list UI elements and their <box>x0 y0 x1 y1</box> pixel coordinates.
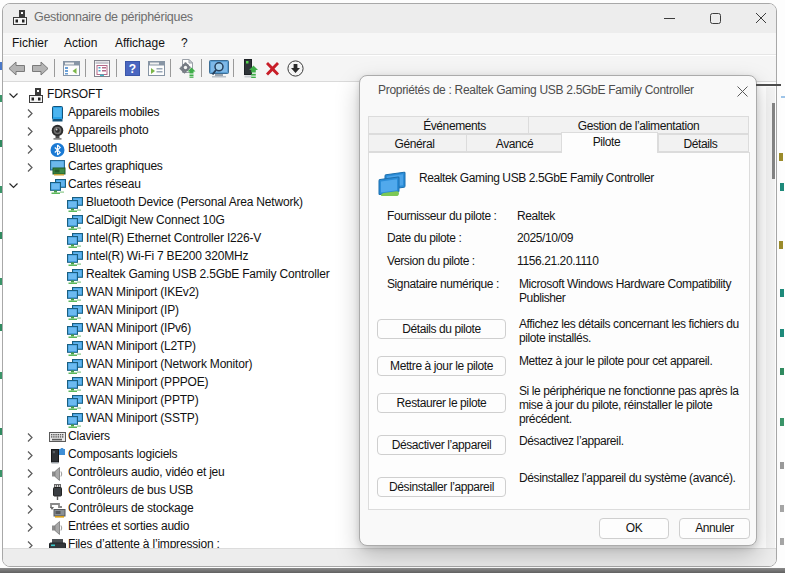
svg-text:?: ? <box>129 62 136 76</box>
